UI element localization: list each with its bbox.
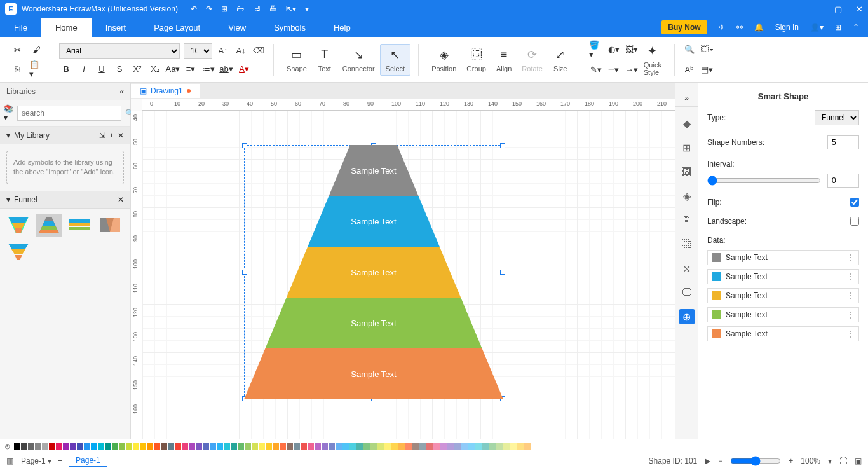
color-swatch[interactable]: [168, 443, 174, 450]
superscript-button[interactable]: X²: [130, 62, 144, 76]
collapse-ribbon-icon[interactable]: ⌃: [853, 23, 859, 32]
subscript-button[interactable]: X₂: [148, 62, 162, 76]
pages-icon[interactable]: ▥: [6, 457, 13, 465]
size-button[interactable]: ⤢Size: [548, 45, 573, 75]
export-icon[interactable]: ⇱▾: [286, 4, 296, 13]
data-item-3[interactable]: Sample Text⋮: [707, 307, 859, 322]
menu-tab-help[interactable]: Help: [320, 18, 365, 37]
color-swatch[interactable]: [56, 443, 62, 450]
color-swatch[interactable]: [245, 443, 251, 450]
color-swatch[interactable]: [252, 443, 258, 450]
color-swatch[interactable]: [517, 443, 524, 450]
case-button[interactable]: Aa▾: [166, 62, 180, 76]
copy-icon[interactable]: ⎘: [10, 62, 24, 76]
color-swatch[interactable]: [329, 443, 335, 450]
new-icon[interactable]: ⊞: [221, 4, 227, 13]
collapse-right-icon[interactable]: »: [675, 89, 698, 107]
eyedropper-icon[interactable]: ⎋: [5, 442, 10, 451]
close-icon[interactable]: ✕: [856, 4, 863, 14]
color-swatch[interactable]: [112, 443, 118, 450]
undo-icon[interactable]: ↶: [191, 4, 197, 13]
color-swatch[interactable]: [308, 443, 314, 450]
shape-button[interactable]: ▭Shape: [281, 45, 312, 75]
buy-now-button[interactable]: Buy Now: [661, 20, 707, 34]
color-swatch[interactable]: [105, 443, 111, 450]
color-swatch[interactable]: [35, 443, 41, 450]
color-swatch[interactable]: [189, 443, 195, 450]
library-search-input[interactable]: [17, 106, 121, 121]
color-swatch[interactable]: [482, 443, 489, 450]
color-swatch[interactable]: [461, 443, 468, 450]
color-swatch[interactable]: [412, 443, 419, 450]
bold-button[interactable]: B: [59, 62, 73, 76]
interval-slider[interactable]: [707, 176, 821, 186]
color-swatch[interactable]: [77, 443, 83, 450]
replace-button[interactable]: Aᵇ: [682, 63, 696, 77]
zoom-dropdown-icon[interactable]: ▾: [828, 457, 832, 465]
color-swatch[interactable]: [161, 443, 167, 450]
open-icon[interactable]: 🗁: [236, 4, 244, 13]
color-swatch[interactable]: [322, 443, 328, 450]
color-swatch[interactable]: [224, 443, 230, 450]
font-name-select[interactable]: Arial: [59, 43, 180, 59]
color-swatch[interactable]: [447, 443, 454, 450]
color-swatch[interactable]: [238, 443, 244, 450]
color-swatch[interactable]: [28, 443, 34, 450]
position-button[interactable]: ◈Position: [426, 45, 461, 75]
shadow-button[interactable]: ◐▾: [607, 43, 621, 57]
color-swatch[interactable]: [384, 443, 391, 450]
color-swatch[interactable]: [468, 443, 475, 450]
color-swatch[interactable]: [419, 443, 426, 450]
font-color-button[interactable]: A▾: [237, 62, 251, 76]
type-select[interactable]: Funnel: [815, 110, 859, 125]
data-item-2[interactable]: Sample Text⋮: [707, 288, 859, 303]
landscape-checkbox[interactable]: [850, 217, 859, 226]
linespacing-button[interactable]: ≡▾: [184, 62, 198, 76]
funnel-thumb-5[interactable]: [5, 240, 32, 263]
apps-icon[interactable]: ⊞: [835, 23, 841, 32]
group-button[interactable]: ⿴Group: [461, 45, 491, 75]
cut-icon[interactable]: ✂: [10, 43, 24, 57]
menu-tab-home[interactable]: Home: [41, 18, 92, 37]
select-button[interactable]: ↖Select: [380, 44, 411, 76]
color-swatch[interactable]: [154, 443, 160, 450]
color-swatch[interactable]: [426, 443, 433, 450]
picture-fill-button[interactable]: 🖼▾: [625, 43, 639, 57]
find-button[interactable]: 🔍: [682, 43, 696, 57]
quick-style-button[interactable]: ✦Quick Style: [639, 41, 667, 79]
shapenum-input[interactable]: [827, 135, 859, 149]
color-swatch[interactable]: [440, 443, 447, 450]
italic-button[interactable]: I: [77, 62, 91, 76]
doc-tab-drawing1[interactable]: ▣ Drawing1: [131, 84, 200, 98]
fit-page-icon[interactable]: ▣: [855, 457, 862, 465]
color-swatch[interactable]: [454, 443, 461, 450]
line-color-button[interactable]: ✎▾: [589, 63, 603, 77]
image-icon[interactable]: 🖼: [679, 164, 695, 179]
color-swatch[interactable]: [342, 443, 349, 450]
color-swatch[interactable]: [503, 443, 510, 450]
flowchart-icon[interactable]: ⿻: [679, 237, 695, 252]
underline-button[interactable]: U: [95, 62, 109, 76]
add-icon[interactable]: +: [109, 131, 114, 140]
color-swatch[interactable]: [231, 443, 237, 450]
flip-checkbox[interactable]: [850, 198, 859, 207]
page-tab-1[interactable]: Page-1: [69, 454, 107, 467]
data-more-4[interactable]: ⋮: [847, 329, 855, 338]
align-button[interactable]: ≡Align: [491, 45, 517, 75]
smartshape-icon[interactable]: ⊕: [679, 309, 695, 324]
funnel-caret-icon[interactable]: ▾: [6, 195, 10, 204]
theme-icon[interactable]: ◆: [679, 116, 695, 131]
signin-link[interactable]: Sign In: [775, 23, 799, 32]
line-style-button[interactable]: ═▾: [607, 63, 621, 77]
color-swatch[interactable]: [63, 443, 69, 450]
funnel-shape[interactable]: Sample TextSample TextSample TextSample …: [244, 145, 503, 399]
color-swatch[interactable]: [433, 443, 440, 450]
menu-tab-view[interactable]: View: [214, 18, 260, 37]
color-swatch[interactable]: [217, 443, 223, 450]
color-swatch[interactable]: [133, 443, 139, 450]
canvas[interactable]: Sample TextSample TextSample TextSample …: [142, 111, 675, 439]
bullets-button[interactable]: ≔▾: [201, 62, 215, 76]
menu-tab-file[interactable]: File: [0, 18, 41, 37]
color-swatch[interactable]: [489, 443, 496, 450]
funnel-thumb-4[interactable]: [97, 214, 123, 237]
